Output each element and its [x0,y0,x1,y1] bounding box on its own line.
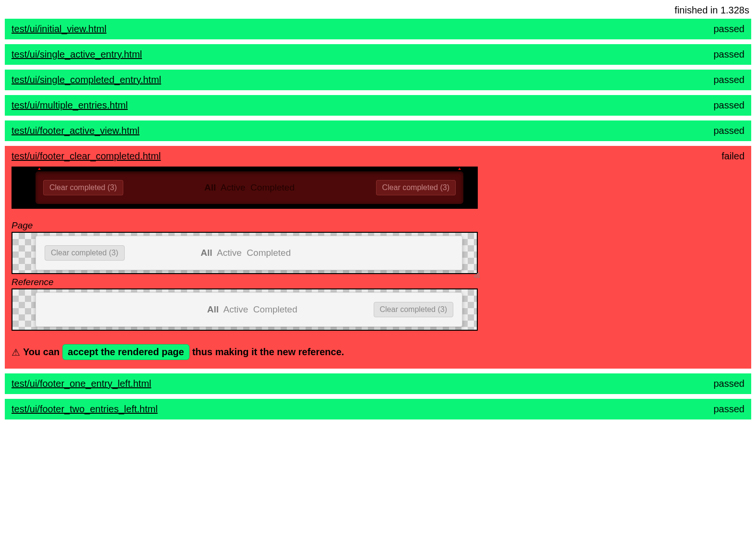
clear-completed-button: Clear completed (3) [43,180,123,195]
reference-screenshot: All Active Completed Clear completed (3) [12,288,478,331]
test-row: test/ui/single_completed_entry.html pass… [5,70,751,90]
filter-tabs: All Active Completed [140,304,365,315]
page-screenshot: Clear completed (3) All Active Completed [12,232,478,274]
accept-hint: ⚠ You can accept the rendered page thus … [12,344,744,360]
test-status: passed [714,74,745,85]
filter-tabs: All Active Completed [133,248,359,258]
test-link[interactable]: test/ui/single_active_entry.html [12,49,142,60]
clear-completed-button: Clear completed (3) [374,302,454,317]
page-caption: Page [12,220,744,231]
test-row: test/ui/footer_one_entry_left.html passe… [5,373,751,394]
test-status: passed [714,24,745,35]
failed-test-panel: test/ui/footer_clear_completed.html fail… [5,146,751,369]
filter-tabs: All Active Completed [131,182,368,193]
accept-rendered-button[interactable]: accept the rendered page [62,344,189,360]
test-status: failed [721,151,744,162]
test-link[interactable]: test/ui/footer_two_entries_left.html [12,404,158,415]
test-status: passed [714,100,745,111]
test-row: test/ui/footer_active_view.html passed [5,120,751,141]
test-link[interactable]: test/ui/initial_view.html [12,24,106,35]
test-link[interactable]: test/ui/footer_active_view.html [12,125,140,136]
warning-icon: ⚠ [12,347,20,358]
test-status: passed [714,125,745,136]
test-row: test/ui/multiple_entries.html passed [5,95,751,116]
test-status: passed [714,49,745,60]
test-row: test/ui/single_active_entry.html passed [5,44,751,65]
test-link[interactable]: test/ui/footer_one_entry_left.html [12,378,151,389]
test-status: passed [714,404,745,415]
diff-image: Clear completed (3) All Active Completed… [12,167,478,209]
test-link[interactable]: test/ui/multiple_entries.html [12,100,128,111]
clear-completed-button: Clear completed (3) [45,245,125,261]
clear-completed-button: Clear completed (3) [376,180,456,195]
accept-text-pre: You can [23,347,59,358]
test-status: passed [714,378,745,389]
reference-caption: Reference [12,277,744,287]
test-row: test/ui/initial_view.html passed [5,19,751,39]
summary-text: finished in 1.328s [5,5,751,19]
test-link[interactable]: test/ui/single_completed_entry.html [12,74,161,85]
test-link[interactable]: test/ui/footer_clear_completed.html [12,151,161,162]
accept-text-post: thus making it the new reference. [192,347,344,358]
test-row: test/ui/footer_two_entries_left.html pas… [5,399,751,419]
